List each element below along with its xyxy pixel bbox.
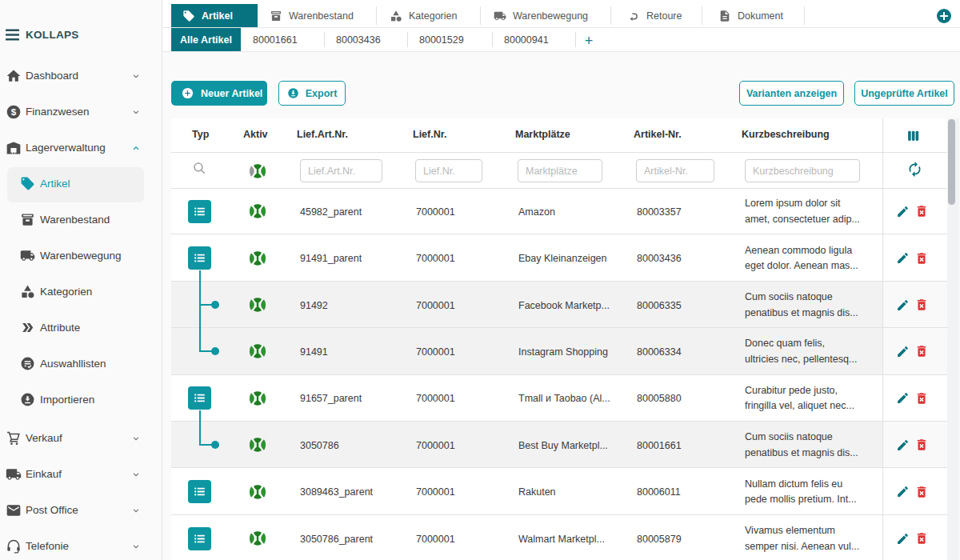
svg-text:$: $ [11, 106, 17, 117]
